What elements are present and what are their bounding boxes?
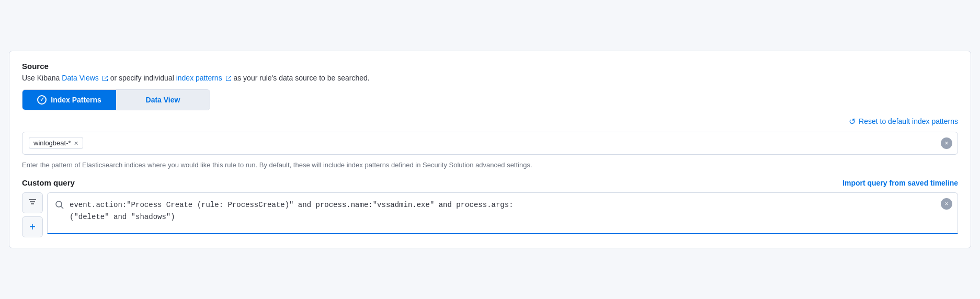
query-editor-box[interactable]: event.action:"Process Create (rule: Proc… [47, 192, 958, 234]
import-query-link[interactable]: Import query from saved timeline [842, 179, 958, 187]
clear-all-tags-button[interactable]: × [941, 137, 952, 149]
data-view-tab[interactable]: Data View [116, 90, 210, 110]
plus-icon: + [29, 221, 36, 233]
data-views-external-link-icon [102, 75, 108, 82]
query-action-buttons: + [22, 192, 43, 237]
add-filter-button[interactable]: + [22, 216, 43, 237]
description-mid: or specify individual [110, 74, 176, 82]
filter-icon [28, 198, 37, 208]
reset-row: ↺ Reset to default index patterns [22, 117, 958, 126]
source-panel: Source Use Kibana Data Views or specify … [9, 51, 971, 249]
clear-query-button[interactable]: × [941, 198, 952, 210]
reset-to-default-button[interactable]: ↺ Reset to default index patterns [849, 117, 958, 126]
query-editor-row: + event.action:"Process Create (rule: Pr… [22, 192, 958, 237]
custom-query-header: Custom query Import query from saved tim… [22, 178, 958, 187]
source-toggle-tabs: ✓ Index Patterns Data View [22, 89, 210, 110]
description-part1: Use Kibana [22, 74, 62, 82]
custom-query-title: Custom query [22, 178, 75, 187]
section-description: Use Kibana Data Views or specify individ… [22, 74, 958, 82]
svg-line-4 [61, 206, 64, 209]
description-end: as your rule's data source to be searche… [233, 74, 369, 82]
index-pattern-tag: winlogbeat-* × [29, 137, 83, 149]
tag-close-button[interactable]: × [74, 140, 78, 147]
svg-point-3 [56, 201, 62, 207]
index-patterns-link[interactable]: index patterns [176, 74, 234, 82]
reset-icon: ↺ [849, 117, 856, 126]
query-text: event.action:"Process Create (rule: Proc… [70, 199, 937, 223]
index-patterns-external-link-icon [225, 75, 232, 82]
filter-button[interactable] [22, 192, 43, 213]
data-views-link[interactable]: Data Views [62, 74, 110, 82]
check-circle-icon: ✓ [37, 95, 47, 105]
query-search-icon [55, 200, 64, 212]
index-pattern-input[interactable]: winlogbeat-* × × [22, 132, 958, 155]
index-patterns-tab[interactable]: ✓ Index Patterns [22, 90, 116, 110]
index-pattern-helper-text: Enter the pattern of Elasticsearch indic… [22, 160, 958, 170]
section-title: Source [22, 62, 958, 71]
